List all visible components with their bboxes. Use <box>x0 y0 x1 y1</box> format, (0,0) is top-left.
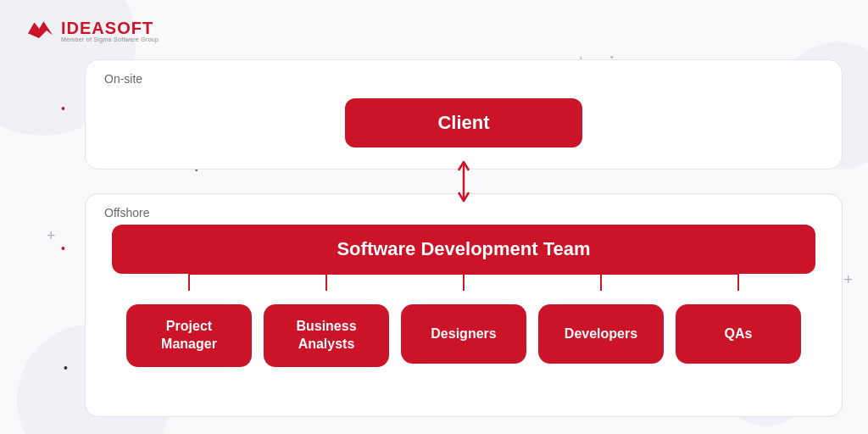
logo: IDEASOFT Member of Sigma Software Group <box>24 15 159 46</box>
decor-dot-2: • <box>61 242 65 255</box>
role-label-developers: Developers <box>565 326 637 343</box>
role-developers: Developers <box>538 304 664 364</box>
role-designers: Designers <box>401 304 526 364</box>
role-label-pm: ProjectManager <box>161 318 217 353</box>
onsite-section: On-site Client <box>85 59 843 170</box>
onsite-label: On-site <box>104 72 142 86</box>
sdt-box: Software Development Team <box>112 225 815 274</box>
decor-plus-3: + <box>843 271 853 289</box>
logo-name: IDEASOFT <box>61 19 159 36</box>
role-business-analysts: BusinessAnalysts <box>264 304 389 367</box>
role-label-designers: Designers <box>431 326 496 343</box>
decor-dot-5: • <box>64 361 68 375</box>
client-label: Client <box>437 112 489 134</box>
decor-plus-1: + <box>47 227 56 245</box>
logo-subtitle: Member of Sigma Software Group <box>61 36 159 42</box>
decor-dot-1: • <box>61 102 65 115</box>
role-project-manager: ProjectManager <box>126 304 252 367</box>
role-qas: QAs <box>676 304 801 364</box>
logo-icon <box>24 15 54 46</box>
bidirectional-arrow <box>451 160 476 203</box>
connector-lines <box>112 274 815 291</box>
main-content: On-site Client Offshore Software Develop… <box>85 59 843 417</box>
client-box: Client <box>345 98 582 147</box>
offshore-section: Offshore Software Development Team <box>85 193 843 417</box>
role-label-ba: BusinessAnalysts <box>296 318 356 353</box>
offshore-label: Offshore <box>104 206 149 220</box>
sdt-label: Software Development Team <box>337 238 590 260</box>
connector-svg <box>112 274 815 291</box>
roles-row: ProjectManager BusinessAnalysts Designer… <box>126 304 801 367</box>
role-label-qas: QAs <box>725 326 753 343</box>
